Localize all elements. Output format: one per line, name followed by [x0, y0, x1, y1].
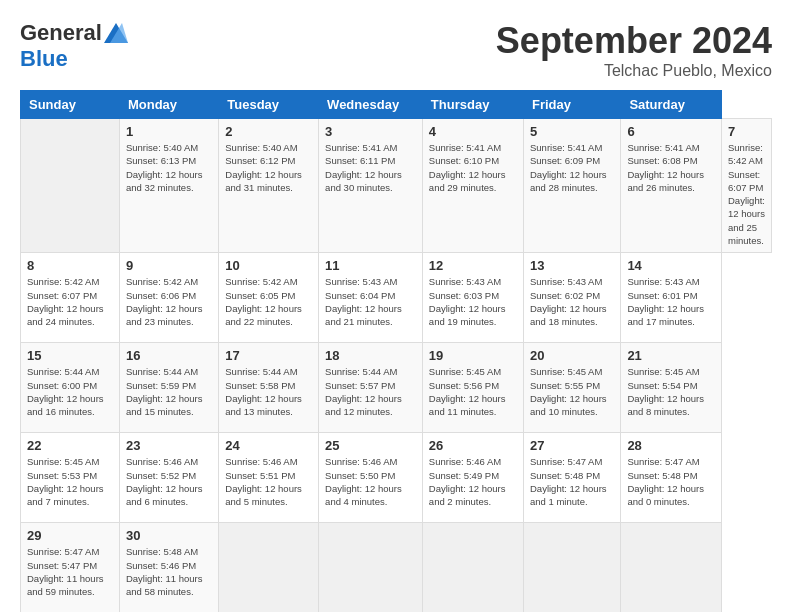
day-info: Sunrise: 5:45 AM Sunset: 5:55 PM Dayligh…: [530, 365, 614, 418]
day-info: Sunrise: 5:46 AM Sunset: 5:49 PM Dayligh…: [429, 455, 517, 508]
day-number: 4: [429, 124, 517, 139]
week-row-2: 8 Sunrise: 5:42 AM Sunset: 6:07 PM Dayli…: [21, 253, 772, 343]
logo-icon: [104, 23, 128, 43]
day-cell: 6 Sunrise: 5:41 AM Sunset: 6:08 PM Dayli…: [621, 119, 722, 253]
day-cell: 4 Sunrise: 5:41 AM Sunset: 6:10 PM Dayli…: [422, 119, 523, 253]
day-info: Sunrise: 5:43 AM Sunset: 6:03 PM Dayligh…: [429, 275, 517, 328]
day-number: 11: [325, 258, 416, 273]
day-cell: 12 Sunrise: 5:43 AM Sunset: 6:03 PM Dayl…: [422, 253, 523, 343]
day-cell: 13 Sunrise: 5:43 AM Sunset: 6:02 PM Dayl…: [523, 253, 620, 343]
day-info: Sunrise: 5:47 AM Sunset: 5:48 PM Dayligh…: [627, 455, 715, 508]
logo: General Blue: [20, 20, 128, 72]
day-number: 10: [225, 258, 312, 273]
day-info: Sunrise: 5:41 AM Sunset: 6:08 PM Dayligh…: [627, 141, 715, 194]
day-number: 13: [530, 258, 614, 273]
day-number: 16: [126, 348, 212, 363]
day-cell: 22 Sunrise: 5:45 AM Sunset: 5:53 PM Dayl…: [21, 433, 120, 523]
day-cell: 29 Sunrise: 5:47 AM Sunset: 5:47 PM Dayl…: [21, 523, 120, 612]
header: General Blue September 2024 Telchac Pueb…: [20, 20, 772, 80]
week-row-3: 15 Sunrise: 5:44 AM Sunset: 6:00 PM Dayl…: [21, 343, 772, 433]
day-number: 6: [627, 124, 715, 139]
day-number: 15: [27, 348, 113, 363]
day-cell: 17 Sunrise: 5:44 AM Sunset: 5:58 PM Dayl…: [219, 343, 319, 433]
day-number: 3: [325, 124, 416, 139]
day-info: Sunrise: 5:44 AM Sunset: 6:00 PM Dayligh…: [27, 365, 113, 418]
day-cell: 15 Sunrise: 5:44 AM Sunset: 6:00 PM Dayl…: [21, 343, 120, 433]
day-info: Sunrise: 5:40 AM Sunset: 6:13 PM Dayligh…: [126, 141, 212, 194]
calendar-table: SundayMondayTuesdayWednesdayThursdayFrid…: [20, 90, 772, 612]
day-number: 14: [627, 258, 715, 273]
day-number: 23: [126, 438, 212, 453]
day-cell: [21, 119, 120, 253]
col-header-monday: Monday: [119, 91, 218, 119]
day-info: Sunrise: 5:45 AM Sunset: 5:54 PM Dayligh…: [627, 365, 715, 418]
day-number: 12: [429, 258, 517, 273]
day-info: Sunrise: 5:47 AM Sunset: 5:47 PM Dayligh…: [27, 545, 113, 598]
day-info: Sunrise: 5:40 AM Sunset: 6:12 PM Dayligh…: [225, 141, 312, 194]
day-cell: 2 Sunrise: 5:40 AM Sunset: 6:12 PM Dayli…: [219, 119, 319, 253]
day-cell: 24 Sunrise: 5:46 AM Sunset: 5:51 PM Dayl…: [219, 433, 319, 523]
day-info: Sunrise: 5:41 AM Sunset: 6:11 PM Dayligh…: [325, 141, 416, 194]
day-number: 17: [225, 348, 312, 363]
day-number: 21: [627, 348, 715, 363]
logo-blue-text: Blue: [20, 46, 68, 72]
day-cell: [319, 523, 423, 612]
day-cell: 21 Sunrise: 5:45 AM Sunset: 5:54 PM Dayl…: [621, 343, 722, 433]
day-cell: 27 Sunrise: 5:47 AM Sunset: 5:48 PM Dayl…: [523, 433, 620, 523]
day-cell: 19 Sunrise: 5:45 AM Sunset: 5:56 PM Dayl…: [422, 343, 523, 433]
col-header-tuesday: Tuesday: [219, 91, 319, 119]
week-row-4: 22 Sunrise: 5:45 AM Sunset: 5:53 PM Dayl…: [21, 433, 772, 523]
day-info: Sunrise: 5:45 AM Sunset: 5:53 PM Dayligh…: [27, 455, 113, 508]
day-number: 8: [27, 258, 113, 273]
day-info: Sunrise: 5:41 AM Sunset: 6:10 PM Dayligh…: [429, 141, 517, 194]
week-row-1: 1 Sunrise: 5:40 AM Sunset: 6:13 PM Dayli…: [21, 119, 772, 253]
day-cell: 3 Sunrise: 5:41 AM Sunset: 6:11 PM Dayli…: [319, 119, 423, 253]
day-number: 19: [429, 348, 517, 363]
day-info: Sunrise: 5:46 AM Sunset: 5:50 PM Dayligh…: [325, 455, 416, 508]
day-cell: [621, 523, 722, 612]
day-info: Sunrise: 5:41 AM Sunset: 6:09 PM Dayligh…: [530, 141, 614, 194]
day-info: Sunrise: 5:45 AM Sunset: 5:56 PM Dayligh…: [429, 365, 517, 418]
day-cell: 1 Sunrise: 5:40 AM Sunset: 6:13 PM Dayli…: [119, 119, 218, 253]
header-row: SundayMondayTuesdayWednesdayThursdayFrid…: [21, 91, 772, 119]
day-info: Sunrise: 5:43 AM Sunset: 6:01 PM Dayligh…: [627, 275, 715, 328]
day-info: Sunrise: 5:46 AM Sunset: 5:51 PM Dayligh…: [225, 455, 312, 508]
day-cell: 18 Sunrise: 5:44 AM Sunset: 5:57 PM Dayl…: [319, 343, 423, 433]
day-number: 2: [225, 124, 312, 139]
day-cell: 14 Sunrise: 5:43 AM Sunset: 6:01 PM Dayl…: [621, 253, 722, 343]
day-number: 25: [325, 438, 416, 453]
day-cell: 11 Sunrise: 5:43 AM Sunset: 6:04 PM Dayl…: [319, 253, 423, 343]
day-cell: 7 Sunrise: 5:42 AM Sunset: 6:07 PM Dayli…: [721, 119, 771, 253]
day-info: Sunrise: 5:43 AM Sunset: 6:04 PM Dayligh…: [325, 275, 416, 328]
col-header-thursday: Thursday: [422, 91, 523, 119]
day-number: 28: [627, 438, 715, 453]
col-header-friday: Friday: [523, 91, 620, 119]
day-cell: 5 Sunrise: 5:41 AM Sunset: 6:09 PM Dayli…: [523, 119, 620, 253]
day-cell: 23 Sunrise: 5:46 AM Sunset: 5:52 PM Dayl…: [119, 433, 218, 523]
day-cell: 28 Sunrise: 5:47 AM Sunset: 5:48 PM Dayl…: [621, 433, 722, 523]
day-number: 29: [27, 528, 113, 543]
day-info: Sunrise: 5:44 AM Sunset: 5:59 PM Dayligh…: [126, 365, 212, 418]
day-number: 27: [530, 438, 614, 453]
week-row-5: 29 Sunrise: 5:47 AM Sunset: 5:47 PM Dayl…: [21, 523, 772, 612]
day-cell: 30 Sunrise: 5:48 AM Sunset: 5:46 PM Dayl…: [119, 523, 218, 612]
day-info: Sunrise: 5:43 AM Sunset: 6:02 PM Dayligh…: [530, 275, 614, 328]
day-info: Sunrise: 5:48 AM Sunset: 5:46 PM Dayligh…: [126, 545, 212, 598]
day-cell: 8 Sunrise: 5:42 AM Sunset: 6:07 PM Dayli…: [21, 253, 120, 343]
day-info: Sunrise: 5:42 AM Sunset: 6:07 PM Dayligh…: [728, 141, 765, 247]
title-section: September 2024 Telchac Pueblo, Mexico: [496, 20, 772, 80]
day-cell: 16 Sunrise: 5:44 AM Sunset: 5:59 PM Dayl…: [119, 343, 218, 433]
day-cell: 10 Sunrise: 5:42 AM Sunset: 6:05 PM Dayl…: [219, 253, 319, 343]
day-cell: 25 Sunrise: 5:46 AM Sunset: 5:50 PM Dayl…: [319, 433, 423, 523]
day-number: 9: [126, 258, 212, 273]
day-number: 30: [126, 528, 212, 543]
day-info: Sunrise: 5:42 AM Sunset: 6:05 PM Dayligh…: [225, 275, 312, 328]
day-number: 7: [728, 124, 765, 139]
month-title: September 2024: [496, 20, 772, 62]
day-info: Sunrise: 5:42 AM Sunset: 6:06 PM Dayligh…: [126, 275, 212, 328]
col-header-saturday: Saturday: [621, 91, 722, 119]
col-header-wednesday: Wednesday: [319, 91, 423, 119]
col-header-sunday: Sunday: [21, 91, 120, 119]
day-info: Sunrise: 5:47 AM Sunset: 5:48 PM Dayligh…: [530, 455, 614, 508]
day-info: Sunrise: 5:44 AM Sunset: 5:57 PM Dayligh…: [325, 365, 416, 418]
